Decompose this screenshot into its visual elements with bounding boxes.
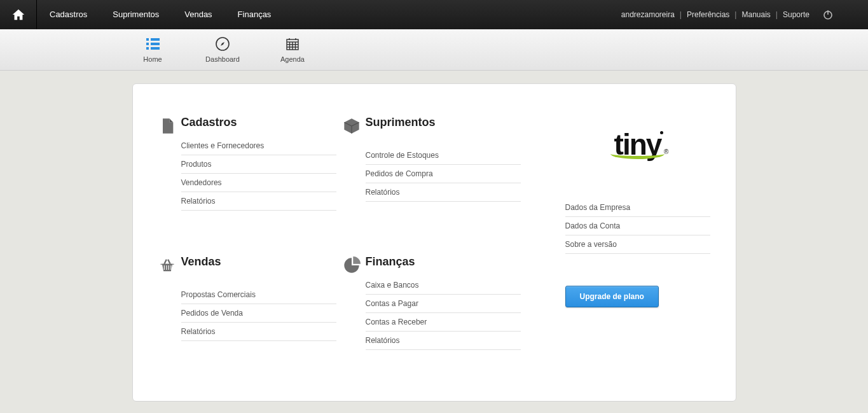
block-suprimentos-title: Suprimentos xyxy=(366,116,521,143)
content-wrap: Cadastros Clientes e Fornecedores Produt… xyxy=(0,71,868,413)
link-pedidos-compra[interactable]: Pedidos de Compra xyxy=(366,169,433,178)
link-relatorios-vendas[interactable]: Relatórios xyxy=(181,327,216,336)
toolbar-dashboard[interactable]: Dashboard xyxy=(203,36,242,63)
nav-right-links: andrezamoreira | Preferências | Manuais … xyxy=(617,0,813,29)
list-item: Produtos xyxy=(181,155,336,174)
main-card: Cadastros Clientes e Fornecedores Produt… xyxy=(132,83,736,402)
nav-suporte[interactable]: Suporte xyxy=(779,10,813,19)
block-suprimentos: Suprimentos Controle de Estoques Pedidos… xyxy=(343,116,521,211)
link-vendedores[interactable]: Vendedores xyxy=(181,178,222,187)
toolbar-home-label: Home xyxy=(143,55,162,63)
calendar-icon xyxy=(285,36,300,52)
toolbar-home[interactable]: Home xyxy=(134,36,172,63)
list-icon xyxy=(145,36,160,52)
home-icon xyxy=(11,8,25,22)
list-item: Contas a Receber xyxy=(366,313,521,332)
link-relatorios-cadastros[interactable]: Relatórios xyxy=(181,197,216,206)
list-item: Controle de Estoques xyxy=(366,146,521,165)
nav-financas[interactable]: Finanças xyxy=(225,0,284,29)
block-financas-links: Caixa e Bancos Contas a Pagar Contas a R… xyxy=(366,276,521,350)
logo-dot xyxy=(660,131,663,134)
right-column: tiny ® Dados da Empresa Dados da Conta S… xyxy=(527,116,710,350)
list-item: Caixa e Bancos xyxy=(366,276,521,295)
link-contas-pagar[interactable]: Contas a Pagar xyxy=(366,299,418,308)
link-caixa-bancos[interactable]: Caixa e Bancos xyxy=(366,281,419,290)
right-links-list: Dados da Empresa Dados da Conta Sobre a … xyxy=(565,199,710,254)
toolbar-agenda[interactable]: Agenda xyxy=(273,36,312,63)
list-item: Relatórios xyxy=(181,323,336,341)
nav-manuais[interactable]: Manuais xyxy=(738,10,774,19)
link-pedidos-venda[interactable]: Pedidos de Venda xyxy=(181,309,243,318)
nav-cadastros[interactable]: Cadastros xyxy=(37,0,100,29)
nav-spacer xyxy=(284,0,617,29)
logout-button[interactable] xyxy=(813,0,840,29)
nav-suprimentos[interactable]: Suprimentos xyxy=(100,0,172,29)
list-item: Relatórios xyxy=(181,192,336,211)
toolbar-dashboard-label: Dashboard xyxy=(205,55,240,63)
list-item: Pedidos de Compra xyxy=(366,165,521,183)
link-contas-receber[interactable]: Contas a Receber xyxy=(366,318,427,326)
link-relatorios-suprimentos[interactable]: Relatórios xyxy=(366,188,400,197)
nav-sep: | xyxy=(775,10,779,19)
nav-vendas[interactable]: Vendas xyxy=(172,0,224,29)
compass-icon xyxy=(215,36,230,52)
upgrade-button[interactable]: Upgrade de plano xyxy=(565,286,659,307)
list-item: Dados da Empresa xyxy=(565,199,710,217)
logo-area: tiny ® xyxy=(565,116,710,173)
link-dados-empresa[interactable]: Dados da Empresa xyxy=(565,203,631,212)
svg-marker-3 xyxy=(221,42,224,46)
pie-chart-icon xyxy=(343,255,366,276)
list-item: Relatórios xyxy=(366,332,521,350)
list-item: Contas a Pagar xyxy=(366,295,521,313)
top-nav: Cadastros Suprimentos Vendas Finanças an… xyxy=(0,0,868,29)
nav-user[interactable]: andrezamoreira xyxy=(617,10,679,19)
list-item: Clientes e Fornecedores xyxy=(181,137,336,155)
link-controle-estoques[interactable]: Controle de Estoques xyxy=(366,151,439,160)
link-propostas-comerciais[interactable]: Propostas Comerciais xyxy=(181,290,256,299)
power-icon xyxy=(822,9,834,20)
block-cadastros-title: Cadastros xyxy=(181,116,336,133)
block-financas: Finanças Caixa e Bancos Contas a Pagar C… xyxy=(343,255,521,350)
list-item: Vendedores xyxy=(181,174,336,192)
list-item: Pedidos de Venda xyxy=(181,304,336,323)
block-vendas: Vendas Propostas Comerciais Pedidos de V… xyxy=(158,255,336,350)
main-nav-links: Cadastros Suprimentos Vendas Finanças xyxy=(37,0,284,29)
block-cadastros-links: Clientes e Fornecedores Produtos Vendedo… xyxy=(181,137,336,211)
list-item: Dados da Conta xyxy=(565,217,710,235)
list-item: Sobre a versão xyxy=(565,235,710,254)
block-vendas-title: Vendas xyxy=(181,255,336,282)
tiny-logo: tiny ® xyxy=(614,127,661,162)
list-item: Relatórios xyxy=(366,183,521,202)
nav-sep: | xyxy=(733,10,738,19)
link-clientes-fornecedores[interactable]: Clientes e Fornecedores xyxy=(181,141,265,150)
basket-icon xyxy=(158,255,181,286)
link-relatorios-financas[interactable]: Relatórios xyxy=(366,336,400,345)
link-dados-conta[interactable]: Dados da Conta xyxy=(565,221,621,230)
nav-preferencias[interactable]: Preferências xyxy=(683,10,733,19)
list-item: Propostas Comerciais xyxy=(181,286,336,304)
block-cadastros: Cadastros Clientes e Fornecedores Produt… xyxy=(158,116,336,211)
block-vendas-links: Propostas Comerciais Pedidos de Venda Re… xyxy=(181,286,336,351)
block-suprimentos-links: Controle de Estoques Pedidos de Compra R… xyxy=(366,146,521,211)
toolbar-agenda-label: Agenda xyxy=(280,55,305,63)
nav-sep: | xyxy=(679,10,683,19)
block-financas-title: Finanças xyxy=(366,255,521,272)
link-produtos[interactable]: Produtos xyxy=(181,160,212,169)
box-icon xyxy=(343,116,366,146)
home-button[interactable] xyxy=(0,0,37,29)
link-sobre-versao[interactable]: Sobre a versão xyxy=(565,240,617,249)
file-icon xyxy=(158,116,181,137)
toolbar: Home Dashboard Agenda xyxy=(0,29,868,71)
